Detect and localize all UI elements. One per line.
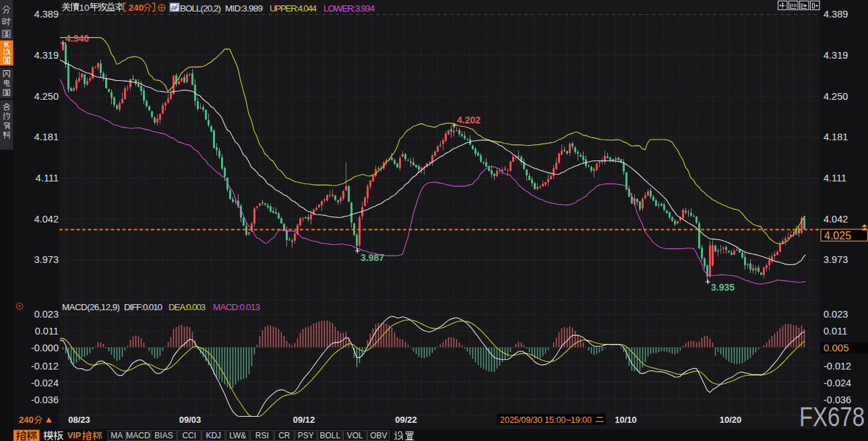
svg-text:10: 10 bbox=[80, 3, 90, 13]
svg-text:4.181: 4.181 bbox=[34, 131, 59, 142]
svg-text:3.973: 3.973 bbox=[34, 254, 59, 265]
svg-text:4.111: 4.111 bbox=[36, 173, 59, 183]
svg-text:LOWER:3.934: LOWER:3.934 bbox=[323, 3, 375, 13]
svg-text:MACD(26,12,9): MACD(26,12,9) bbox=[62, 302, 120, 312]
svg-text:3.987: 3.987 bbox=[361, 252, 384, 263]
svg-text:09/03: 09/03 bbox=[179, 415, 202, 425]
svg-text:4.202: 4.202 bbox=[457, 115, 480, 125]
svg-text:-0.012: -0.012 bbox=[824, 361, 851, 372]
svg-text:4.042: 4.042 bbox=[34, 214, 59, 225]
svg-text:CR: CR bbox=[278, 431, 290, 440]
svg-text:4.389: 4.389 bbox=[34, 9, 59, 20]
svg-text:4.250: 4.250 bbox=[824, 91, 848, 102]
svg-text:0.011: 0.011 bbox=[35, 326, 59, 336]
svg-text:0.005: 0.005 bbox=[824, 342, 849, 353]
svg-text:240: 240 bbox=[129, 3, 144, 13]
svg-text:-0.000: -0.000 bbox=[31, 343, 59, 353]
svg-text:K: K bbox=[4, 40, 9, 49]
svg-text:-0.024: -0.024 bbox=[31, 378, 59, 388]
svg-text:4.111: 4.111 bbox=[824, 173, 846, 183]
svg-text:2025/09/30 15:00~19:00: 2025/09/30 15:00~19:00 bbox=[500, 415, 592, 425]
svg-text:PSY: PSY bbox=[298, 431, 314, 440]
svg-text:VIP: VIP bbox=[67, 431, 81, 440]
svg-text:LW&: LW& bbox=[229, 431, 246, 440]
svg-text:3.935: 3.935 bbox=[711, 282, 735, 293]
svg-text:CCI: CCI bbox=[182, 431, 196, 440]
svg-text:MACD:0.013: MACD:0.013 bbox=[213, 302, 260, 312]
svg-text:-0.036: -0.036 bbox=[31, 394, 59, 405]
svg-text:MA: MA bbox=[111, 431, 123, 440]
svg-text:BOLL(20,2): BOLL(20,2) bbox=[180, 3, 221, 13]
svg-text:KDJ: KDJ bbox=[206, 431, 221, 440]
svg-text:0.023: 0.023 bbox=[824, 309, 848, 320]
svg-text:240: 240 bbox=[19, 415, 34, 425]
svg-text:3.973: 3.973 bbox=[824, 254, 848, 265]
svg-text:OBV: OBV bbox=[370, 431, 387, 440]
svg-text:UPPER:4.044: UPPER:4.044 bbox=[270, 3, 317, 13]
svg-text:10/10: 10/10 bbox=[615, 415, 637, 425]
svg-text:0.011: 0.011 bbox=[824, 326, 847, 336]
svg-text:09/22: 09/22 bbox=[395, 415, 417, 425]
svg-text:DIFF:0.010: DIFF:0.010 bbox=[124, 302, 162, 312]
svg-text:4.181: 4.181 bbox=[824, 131, 848, 142]
svg-text:4.319: 4.319 bbox=[34, 50, 59, 61]
svg-text:BIAS: BIAS bbox=[154, 431, 173, 440]
svg-text:BOLL: BOLL bbox=[319, 431, 340, 440]
svg-text:0.023: 0.023 bbox=[34, 309, 59, 320]
svg-text:MACD: MACD bbox=[126, 431, 150, 440]
svg-text:4.389: 4.389 bbox=[824, 9, 848, 20]
svg-text:08/23: 08/23 bbox=[68, 415, 90, 425]
svg-text:4.025: 4.025 bbox=[824, 230, 851, 241]
svg-text:-0.024: -0.024 bbox=[824, 378, 851, 388]
svg-text:-0.012: -0.012 bbox=[31, 361, 59, 372]
svg-text:RSI: RSI bbox=[255, 431, 269, 440]
svg-text:10/20: 10/20 bbox=[720, 415, 742, 425]
svg-text:MID:3.989: MID:3.989 bbox=[225, 3, 263, 13]
svg-text:4.340: 4.340 bbox=[65, 33, 89, 44]
svg-text:09/12: 09/12 bbox=[293, 415, 315, 425]
svg-text:FX678: FX678 bbox=[799, 401, 865, 432]
svg-text:4.319: 4.319 bbox=[824, 50, 848, 61]
svg-text:4.250: 4.250 bbox=[34, 91, 59, 102]
svg-text:4.042: 4.042 bbox=[824, 214, 848, 225]
svg-text:VOL: VOL bbox=[347, 431, 363, 440]
svg-text:DEA:0.003: DEA:0.003 bbox=[168, 302, 206, 312]
